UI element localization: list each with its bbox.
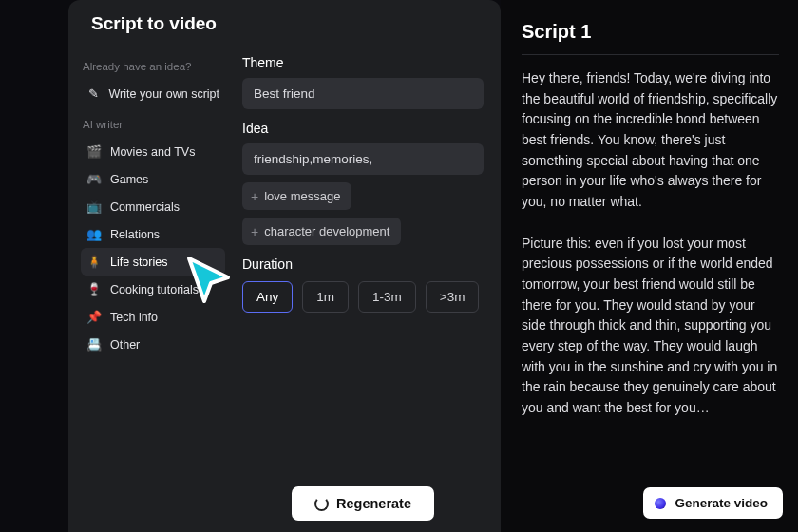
theme-label: Theme — [242, 55, 484, 70]
regenerate-label: Regenerate — [336, 496, 411, 511]
duration-any[interactable]: Any — [242, 281, 293, 313]
theme-group: Theme Best friend — [242, 55, 484, 109]
idea-suggestion-love[interactable]: + love message — [242, 182, 352, 210]
sidebar-item-movies[interactable]: 🎬 Movies and TVs — [81, 138, 225, 165]
sidebar-item-label: Life stories — [110, 256, 167, 269]
generate-video-label: Generate video — [674, 496, 768, 510]
duration-label: Duration — [242, 256, 484, 272]
sidebar-item-games[interactable]: 🎮 Games — [81, 165, 225, 193]
regenerate-bar: Regenerate — [225, 486, 501, 521]
divider — [522, 54, 779, 55]
app: Script to video Already have an idea? ✎ … — [68, 0, 798, 532]
script-panel: Script 1 Hey there, friends! Today, we'r… — [501, 0, 798, 532]
tv-icon: 📺 — [86, 200, 102, 215]
sidebar-item-label: Tech info — [110, 311, 158, 324]
card-icon: 📇 — [86, 337, 102, 352]
sidebar-section-own-idea: Already have an idea? — [83, 61, 225, 72]
duration-1-3m[interactable]: 1-3m — [358, 281, 416, 313]
pin-icon: 📌 — [86, 310, 102, 325]
sidebar-item-label: Games — [110, 173, 148, 186]
reload-icon — [314, 497, 329, 511]
plus-icon: + — [251, 225, 258, 238]
panel-body: Already have an idea? ✎ Write your own s… — [68, 48, 501, 532]
script-title: Script 1 — [522, 21, 779, 54]
idea-suggestions: + love message + character development — [242, 182, 484, 245]
idea-suggestion-character[interactable]: + character development — [242, 218, 401, 245]
clapper-icon: 🎬 — [86, 144, 102, 160]
people-icon: 👥 — [86, 227, 102, 242]
idea-group: Idea friendship,memories, + love message… — [242, 121, 484, 245]
idea-input[interactable]: friendship,memories, — [242, 143, 484, 175]
sidebar-item-life-stories[interactable]: 🧍 Life stories — [81, 248, 225, 276]
sidebar-item-relations[interactable]: 👥 Relations — [81, 220, 225, 248]
sidebar-item-write-script[interactable]: ✎ Write your own script — [81, 80, 225, 107]
pencil-icon: ✎ — [86, 86, 101, 102]
tag-label: character development — [264, 224, 390, 238]
sidebar-item-label: Relations — [110, 228, 160, 241]
theme-input[interactable]: Best friend — [242, 78, 484, 109]
duration-3m[interactable]: >3m — [426, 281, 480, 313]
plus-icon: + — [251, 190, 258, 203]
sidebar-item-label: Other — [110, 338, 140, 352]
sidebar-item-tech[interactable]: 📌 Tech info — [81, 303, 225, 331]
duration-options: Any 1m 1-3m >3m — [242, 281, 484, 313]
gamepad-icon: 🎮 — [86, 172, 102, 187]
page-title: Script to video — [68, 13, 501, 48]
sidebar-item-other[interactable]: 📇 Other — [81, 331, 225, 358]
person-icon: 🧍 — [86, 255, 102, 270]
sidebar-item-cooking[interactable]: 🍷 Cooking tutorials — [81, 276, 225, 303]
tag-label: love message — [264, 189, 340, 203]
sidebar-item-label: Movies and TVs — [110, 145, 195, 159]
script-body: Hey there, friends! Today, we're diving … — [522, 68, 779, 517]
wine-icon: 🍷 — [86, 282, 102, 297]
duration-1m[interactable]: 1m — [302, 281, 349, 313]
duration-group: Duration Any 1m 1-3m >3m — [242, 256, 484, 313]
left-panel: Script to video Already have an idea? ✎ … — [68, 0, 501, 532]
sidebar-item-label: Write your own script — [109, 87, 219, 101]
editor: Theme Best friend Idea friendship,memori… — [225, 48, 501, 532]
sidebar-section-ai-writer: AI writer — [83, 119, 225, 130]
generate-video-button[interactable]: Generate video — [643, 487, 783, 519]
regenerate-button[interactable]: Regenerate — [292, 486, 434, 521]
ai-orb-icon — [655, 498, 666, 509]
sidebar-item-label: Commercials — [110, 200, 180, 214]
sidebar-item-commercials[interactable]: 📺 Commercials — [81, 193, 225, 220]
idea-label: Idea — [242, 121, 484, 136]
sidebar-item-label: Cooking tutorials — [110, 283, 199, 296]
sidebar: Already have an idea? ✎ Write your own s… — [68, 48, 225, 532]
